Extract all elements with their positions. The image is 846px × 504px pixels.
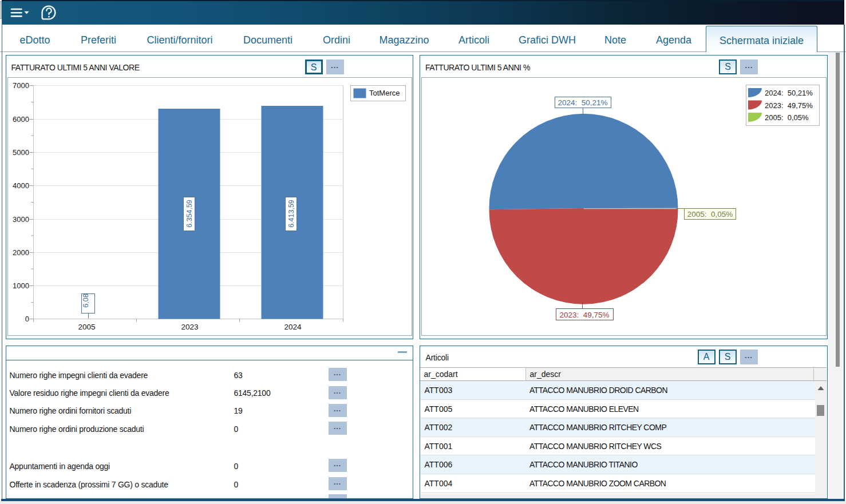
svg-text:2023: 49,75%: 2023: 49,75% — [765, 101, 813, 109]
svg-text:6000: 6000 — [13, 115, 29, 124]
svg-text:2024: 50,21%: 2024: 50,21% — [765, 89, 813, 97]
svg-text:2024: 2024 — [284, 323, 302, 331]
svg-text:6.354,59: 6.354,59 — [185, 200, 193, 228]
svg-text:2005: 0,05%: 2005: 0,05% — [765, 113, 809, 122]
svg-text:5000: 5000 — [13, 148, 29, 157]
svg-text:2024: 50,21%: 2024: 50,21% — [558, 98, 607, 107]
svg-text:6.413,59: 6.413,59 — [287, 200, 295, 228]
svg-text:3000: 3000 — [13, 215, 29, 224]
svg-text:1000: 1000 — [13, 281, 29, 290]
svg-text:2005: 0,05%: 2005: 0,05% — [687, 210, 733, 219]
svg-text:6,08: 6,08 — [82, 293, 90, 307]
svg-text:0: 0 — [25, 315, 29, 323]
svg-text:4000: 4000 — [13, 181, 29, 190]
svg-text:2023: 49,75%: 2023: 49,75% — [559, 311, 609, 319]
svg-text:2005: 2005 — [78, 323, 95, 331]
svg-text:TotMerce: TotMerce — [369, 89, 400, 97]
svg-text:2000: 2000 — [13, 248, 29, 257]
svg-text:2023: 2023 — [181, 323, 198, 331]
svg-text:7000: 7000 — [13, 81, 29, 90]
